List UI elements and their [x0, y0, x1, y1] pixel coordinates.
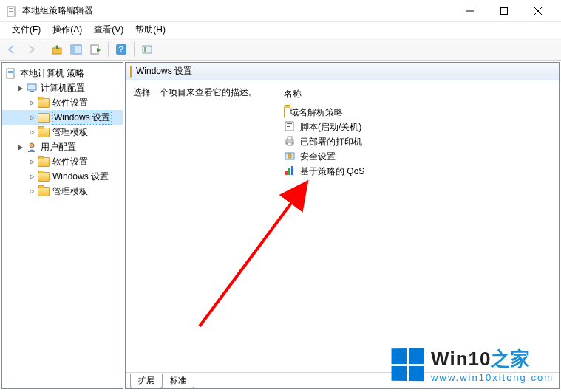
tab-extended[interactable]: 扩展 — [130, 374, 163, 388]
windows-logo-icon — [392, 348, 424, 382]
up-button[interactable] — [48, 41, 66, 58]
content-header: Windows 设置 — [126, 63, 559, 80]
list-item[interactable]: 域名解析策略 — [281, 105, 551, 120]
tree-label: 软件设置 — [52, 97, 88, 109]
svg-point-21 — [30, 143, 34, 148]
app-icon — [6, 5, 18, 17]
svg-rect-18 — [8, 72, 13, 73]
svg-rect-5 — [501, 7, 508, 14]
svg-rect-19 — [27, 84, 36, 90]
menu-view[interactable]: 查看(V) — [88, 22, 129, 38]
menu-action[interactable]: 操作(A) — [47, 22, 88, 38]
tree-root[interactable]: 本地计算机 策略 — [2, 66, 123, 80]
tree-user-windows[interactable]: Windows 设置 — [2, 169, 123, 184]
folder-icon — [38, 126, 50, 138]
svg-rect-14 — [143, 46, 152, 53]
tree-label: 软件设置 — [52, 156, 88, 168]
folder-icon — [38, 171, 50, 182]
svg-rect-33 — [291, 166, 293, 175]
main-area: 本地计算机 策略 计算机配置 软件设置 Windows 设置 管理模板 用户配置 — [0, 61, 561, 392]
policy-icon — [5, 67, 17, 79]
tree-user-config[interactable]: 用户配置 — [2, 140, 123, 154]
svg-rect-3 — [9, 11, 13, 12]
tree-user-software[interactable]: 软件设置 — [2, 154, 123, 169]
description-column: 选择一个项目来查看它的描述。 — [133, 86, 281, 366]
expander-icon[interactable] — [27, 187, 36, 196]
svg-rect-24 — [287, 125, 292, 125]
tree-panel[interactable]: 本地计算机 策略 计算机配置 软件设置 Windows 设置 管理模板 用户配置 — [1, 62, 123, 389]
expander-icon[interactable] — [27, 157, 36, 166]
computer-icon — [26, 82, 38, 94]
svg-rect-23 — [287, 123, 292, 124]
list-item-label: 安全设置 — [300, 151, 336, 163]
tree-label: 管理模板 — [52, 126, 88, 139]
close-button[interactable] — [521, 0, 555, 22]
list-item-label: 基于策略的 QoS — [300, 165, 364, 178]
name-column-header[interactable]: 名称 — [281, 86, 551, 102]
script-icon — [284, 120, 296, 134]
tree-computer-software[interactable]: 软件设置 — [2, 95, 123, 110]
tree-label: 本地计算机 策略 — [20, 67, 84, 80]
list-item[interactable]: 脚本(启动/关机) — [281, 120, 551, 134]
list-item[interactable]: 基于策略的 QoS — [281, 164, 551, 179]
menu-bar: 文件(F) 操作(A) 查看(V) 帮助(H) — [0, 22, 561, 38]
window-title: 本地组策略编辑器 — [22, 4, 453, 17]
qos-icon — [284, 165, 296, 179]
list-item[interactable]: 已部署的打印机 — [281, 134, 551, 149]
svg-rect-16 — [7, 69, 14, 78]
list-column: 名称 域名解析策略 脚本(启动/关机) 已部署的打印机 安全设置 — [281, 86, 551, 366]
printer-icon — [284, 135, 296, 149]
expander-icon[interactable] — [27, 128, 36, 137]
expander-icon[interactable] — [16, 142, 24, 151]
expander-icon[interactable] — [16, 83, 24, 92]
svg-rect-20 — [30, 91, 34, 92]
folder-icon — [38, 156, 50, 168]
svg-text:?: ? — [118, 44, 123, 55]
tree-computer-templates[interactable]: 管理模板 — [2, 125, 123, 140]
folder-icon — [284, 107, 285, 117]
watermark: Win10之家 www.win10xitong.com — [391, 346, 554, 383]
list-item[interactable]: 安全设置 — [281, 149, 551, 164]
user-icon — [26, 141, 38, 153]
svg-rect-10 — [71, 45, 75, 54]
expander-icon[interactable] — [27, 113, 36, 122]
folder-open-icon — [130, 66, 132, 77]
tree-label: Windows 设置 — [52, 111, 112, 125]
svg-rect-25 — [287, 126, 290, 127]
toolbar: ? — [0, 38, 561, 61]
export-button[interactable] — [86, 41, 104, 58]
maximize-button[interactable] — [487, 0, 521, 22]
back-button[interactable] — [3, 41, 21, 58]
tree-computer-windows[interactable]: Windows 设置 — [2, 110, 123, 125]
svg-rect-32 — [288, 168, 290, 175]
forward-button[interactable] — [22, 41, 40, 58]
tree-label: 用户配置 — [41, 141, 76, 154]
menu-help[interactable]: 帮助(H) — [129, 22, 171, 38]
tab-standard[interactable]: 标准 — [162, 374, 194, 388]
show-hide-tree-button[interactable] — [67, 41, 85, 58]
expander-icon[interactable] — [27, 98, 36, 107]
title-bar: 本地组策略编辑器 — [0, 0, 561, 22]
window-controls — [453, 0, 555, 22]
tree-computer-config[interactable]: 计算机配置 — [2, 80, 123, 95]
svg-rect-31 — [285, 171, 288, 175]
svg-rect-17 — [8, 71, 13, 72]
svg-rect-1 — [9, 8, 13, 9]
folder-icon — [38, 97, 50, 109]
svg-rect-15 — [144, 47, 146, 52]
svg-rect-30 — [288, 155, 291, 158]
svg-rect-2 — [9, 10, 13, 10]
tree-user-templates[interactable]: 管理模板 — [2, 184, 123, 199]
watermark-text: Win10之家 www.win10xitong.com — [431, 346, 554, 383]
menu-file[interactable]: 文件(F) — [6, 22, 47, 38]
content-panel: Windows 设置 选择一个项目来查看它的描述。 名称 域名解析策略 脚本(启… — [125, 62, 560, 389]
expander-icon[interactable] — [27, 172, 36, 181]
filter-button[interactable] — [138, 41, 156, 58]
list-item-label: 脚本(启动/关机) — [300, 121, 361, 134]
minimize-button[interactable] — [453, 0, 487, 22]
security-icon — [284, 150, 296, 164]
svg-rect-28 — [288, 142, 292, 145]
content-title: Windows 设置 — [136, 65, 192, 78]
help-button[interactable]: ? — [112, 41, 130, 58]
toolbar-separator — [134, 42, 135, 57]
